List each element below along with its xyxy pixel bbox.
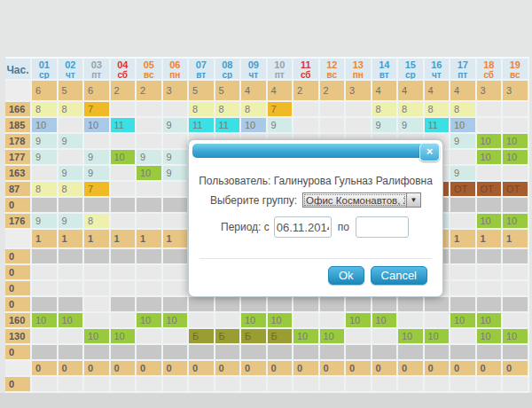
schedule-cell: 8 — [32, 182, 59, 198]
schedule-cell — [137, 329, 163, 345]
cancel-button[interactable]: Cancel — [371, 266, 427, 285]
schedule-cell: Б — [241, 329, 268, 345]
group-select[interactable]: Офис Космонавтов, 22 ▼ — [302, 192, 421, 208]
schedule-cell: 9 — [59, 134, 85, 150]
row-header: 185 — [5, 118, 32, 134]
schedule-cell — [450, 249, 477, 265]
schedule-cell: 1 — [32, 230, 59, 249]
schedule-cell — [477, 118, 504, 134]
schedule-cell: 9 — [163, 118, 190, 134]
schedule-cell — [320, 313, 347, 329]
schedule-cell — [320, 118, 347, 134]
totals-cell: 5 — [189, 81, 215, 102]
schedule-cell: 0 — [425, 361, 451, 377]
ok-button[interactable]: Ok — [328, 266, 364, 285]
schedule-cell — [215, 313, 242, 329]
row-header — [5, 230, 32, 249]
schedule-cell — [163, 134, 190, 150]
schedule-cell: ОТ — [477, 182, 504, 198]
schedule-cell — [137, 182, 163, 198]
group-label: Выберите группу: — [210, 194, 297, 207]
period-from-input[interactable] — [274, 216, 332, 238]
day-column-header: 16чт — [425, 57, 451, 81]
schedule-cell — [59, 249, 85, 265]
schedule-cell — [163, 281, 190, 297]
schedule-cell: 10 — [84, 329, 111, 345]
schedule-cell — [503, 102, 529, 118]
schedule-cell: Б — [268, 329, 294, 345]
period-to-input[interactable] — [356, 216, 409, 238]
schedule-cell: 1 — [163, 230, 190, 249]
schedule-cell — [503, 313, 529, 329]
row-header — [5, 361, 32, 377]
schedule-cell — [372, 297, 399, 313]
schedule-cell: 0 — [111, 361, 137, 377]
schedule-cell — [32, 329, 59, 345]
row-header: 87 — [5, 182, 32, 198]
schedule-cell — [137, 281, 163, 297]
dialog-titlebar[interactable] — [192, 144, 439, 158]
schedule-cell: 8 — [398, 102, 425, 118]
schedule-cell — [189, 345, 215, 361]
schedule-cell — [398, 313, 425, 329]
schedule-cell — [450, 377, 477, 393]
day-column-header: 19вс — [503, 57, 529, 81]
row-header: 130 — [5, 329, 32, 345]
row-header: 166 — [5, 102, 32, 118]
schedule-cell — [32, 166, 59, 182]
schedule-cell: 9 — [137, 150, 163, 166]
schedule-cell: 1 — [503, 230, 529, 249]
schedule-cell: 8 — [84, 214, 111, 230]
schedule-cell — [189, 297, 215, 313]
day-column-header: 08ср — [215, 57, 242, 81]
schedule-cell — [398, 297, 425, 313]
schedule-cell — [241, 297, 268, 313]
schedule-cell: 11 — [215, 118, 242, 134]
schedule-cell — [111, 281, 137, 297]
schedule-cell: 9 — [32, 150, 59, 166]
schedule-cell — [477, 377, 504, 393]
schedule-cell — [163, 329, 190, 345]
schedule-cell — [163, 297, 190, 313]
schedule-cell — [163, 377, 190, 393]
totals-cell: 2 — [320, 81, 347, 102]
schedule-cell — [503, 166, 529, 182]
schedule-cell: 10 — [111, 150, 137, 166]
row-header: 160 — [5, 313, 32, 329]
schedule-cell — [477, 297, 504, 313]
schedule-cell — [268, 345, 294, 361]
hour-column-header: Час. — [5, 57, 32, 81]
totals-cell: 4 — [425, 81, 451, 102]
schedule-cell — [293, 102, 320, 118]
schedule-cell — [84, 134, 111, 150]
schedule-cell: 8 — [59, 102, 85, 118]
schedule-cell: 10 — [503, 134, 529, 150]
schedule-cell — [59, 118, 85, 134]
schedule-cell — [163, 102, 190, 118]
schedule-cell: 10 — [137, 313, 163, 329]
schedule-cell: 0 — [293, 361, 320, 377]
schedule-cell: 0 — [268, 361, 294, 377]
schedule-cell: 8 — [59, 182, 85, 198]
schedule-cell — [137, 377, 163, 393]
schedule-cell — [111, 166, 137, 182]
schedule-cell: 10 — [503, 329, 529, 345]
row-header: 163 — [5, 166, 32, 182]
schedule-cell — [84, 297, 111, 313]
schedule-cell: 7 — [268, 102, 294, 118]
schedule-cell: 10 — [477, 134, 504, 150]
schedule-cell: 10 — [32, 313, 59, 329]
schedule-cell — [268, 297, 294, 313]
schedule-cell — [477, 265, 504, 281]
group-line: Выберите группу: Офис Космонавтов, 22 ▼ — [189, 192, 442, 208]
schedule-cell: 1 — [111, 230, 137, 249]
totals-cell: 5 — [59, 81, 85, 102]
schedule-cell — [503, 249, 529, 265]
schedule-cell: 10 — [503, 150, 529, 166]
totals-cell: 6 — [32, 81, 59, 102]
schedule-cell — [320, 297, 347, 313]
totals-cell: 4 — [268, 81, 294, 102]
schedule-cell: 10 — [477, 150, 504, 166]
schedule-cell — [346, 297, 372, 313]
close-icon[interactable]: × — [419, 143, 440, 161]
